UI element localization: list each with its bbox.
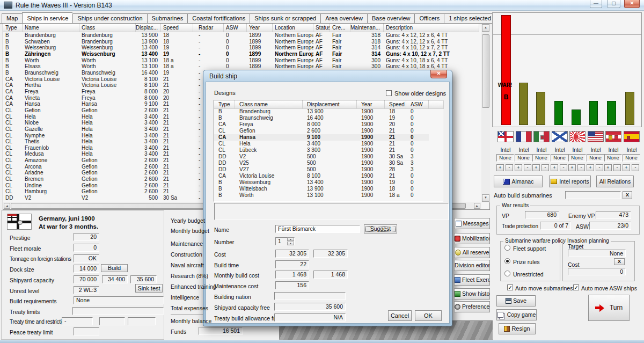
relation-plus-japan[interactable]: + bbox=[568, 164, 576, 171]
relation-minus-france[interactable]: - bbox=[524, 164, 531, 171]
design-row[interactable]: BBrandenburg13 9001900180 bbox=[214, 108, 429, 115]
intel-level-britain[interactable]: None bbox=[496, 154, 514, 162]
design-row[interactable]: DDV275001900283 bbox=[214, 166, 429, 173]
cancel-button[interactable]: Cancel bbox=[388, 310, 412, 321]
intel-level-france[interactable]: None bbox=[515, 154, 532, 162]
ship-column-year[interactable]: Year bbox=[247, 24, 273, 32]
design-row[interactable]: DDV25500190030 Sa3 bbox=[214, 160, 429, 166]
build-button[interactable]: Build bbox=[101, 264, 128, 272]
relation-plus-spain[interactable]: + bbox=[623, 164, 630, 171]
design-row[interactable]: BWittelsbach13 9001900180 bbox=[214, 186, 429, 192]
tab-area-overview[interactable]: Area overview bbox=[320, 13, 367, 24]
ship-row[interactable]: BWeissenburgWeissenburg13 40019-01899Nor… bbox=[3, 45, 479, 51]
design-row[interactable]: CAVictoria Louise8 1001900210 bbox=[214, 173, 429, 179]
design-row[interactable]: CLLübeck3 3001900210 bbox=[214, 147, 429, 154]
invasion-clear-button[interactable]: X bbox=[614, 258, 625, 265]
tab-submarines[interactable]: Submarines bbox=[147, 13, 188, 24]
ship-row[interactable]: BZähringenWeissenburg13 40019-01899North… bbox=[3, 51, 479, 57]
intel-level-russia[interactable]: None bbox=[551, 154, 568, 162]
close-button[interactable]: ✕ bbox=[624, 0, 640, 8]
ship-column-status[interactable]: Status bbox=[313, 24, 330, 32]
intel-level-spain[interactable]: None bbox=[623, 154, 640, 162]
auto-move-asw-checkbox[interactable]: ✓ bbox=[573, 284, 579, 290]
relation-plus-britain[interactable]: + bbox=[496, 164, 504, 171]
relation-minus-japan[interactable]: - bbox=[577, 164, 585, 171]
minimize-button[interactable]: — bbox=[590, 0, 602, 8]
suggest-button[interactable]: Suggest bbox=[364, 224, 397, 233]
ship-column-cre[interactable]: Cre... bbox=[330, 24, 350, 32]
intel-level-united-states[interactable]: None bbox=[587, 154, 604, 162]
ship-column-description[interactable]: Description bbox=[384, 24, 479, 32]
ship-row[interactable]: BElsassWörth13 10018 a-01899Northern Eur… bbox=[3, 63, 479, 70]
dialog-close-button[interactable]: ✕ bbox=[430, 70, 447, 78]
all-relations-button[interactable]: All Relations bbox=[596, 176, 634, 187]
ship-column-maintenan[interactable]: Maintenan... bbox=[350, 24, 384, 32]
ship-column-asw[interactable]: ASW bbox=[224, 24, 247, 32]
ship-column-class[interactable]: Class bbox=[79, 24, 136, 32]
scroll-up-button[interactable]: ▲ bbox=[482, 24, 489, 32]
intel-level-italy[interactable]: None bbox=[532, 154, 550, 162]
tab-map[interactable]: Map bbox=[2, 13, 22, 24]
fleet-exercise-button[interactable]: Fleet Exercise bbox=[454, 274, 490, 286]
design-column-year[interactable]: Year bbox=[357, 100, 385, 109]
design-column-asw[interactable]: ASW bbox=[406, 100, 429, 109]
intel-reports-button[interactable]: Intel reports bbox=[549, 176, 591, 187]
relation-minus-russia[interactable]: - bbox=[560, 164, 567, 171]
design-row[interactable]: BBraunschweig16 4001900190 bbox=[214, 115, 429, 121]
design-row[interactable]: CAHansa9 1001900210 bbox=[214, 134, 429, 141]
sink-test-button[interactable]: Sink test bbox=[135, 284, 163, 293]
ship-column-displac[interactable]: Displac... bbox=[136, 24, 161, 32]
design-column-class-name[interactable]: Class name bbox=[235, 100, 303, 109]
radio-fleet-support[interactable] bbox=[504, 245, 510, 251]
relation-plus-united-states[interactable]: + bbox=[587, 164, 594, 171]
ship-column-speed[interactable]: Speed bbox=[161, 24, 193, 32]
almanac-button[interactable]: Almanac bbox=[494, 176, 543, 187]
tab-ships-sunk-or-scrapped[interactable]: Ships sunk or scrapped bbox=[250, 13, 320, 24]
design-column-displacement[interactable]: Displacement bbox=[303, 100, 357, 109]
maximize-button[interactable]: ▢ bbox=[607, 0, 620, 8]
ship-column-type[interactable]: Type bbox=[3, 24, 23, 32]
ship-column-location[interactable]: Location bbox=[273, 24, 313, 32]
ship-row[interactable]: BSchwabenBrandenburg13 90018-01899Northe… bbox=[3, 39, 479, 45]
tab-ships-in-service[interactable]: Ships in service bbox=[22, 12, 72, 24]
design-column-type[interactable]: Type bbox=[214, 100, 235, 109]
messages-button[interactable]: Messages bbox=[454, 218, 490, 229]
vertical-scrollbar[interactable]: ▲ ▼ bbox=[481, 24, 490, 202]
relation-minus-italy[interactable]: - bbox=[541, 164, 549, 171]
design-row[interactable]: BWeissenburg13 4001900190 bbox=[214, 179, 429, 186]
radio-unrestricted[interactable] bbox=[504, 271, 510, 276]
vertical-scroll-thumb[interactable] bbox=[482, 34, 489, 108]
tab-coastal-fortifications[interactable]: Coastal fortifications bbox=[187, 13, 250, 24]
division-editor-button[interactable]: Division editor bbox=[454, 260, 490, 271]
design-column-speed[interactable]: Speed bbox=[385, 100, 406, 109]
scroll-left-button[interactable]: ◄ bbox=[4, 203, 10, 209]
ok-button[interactable]: OK bbox=[415, 310, 442, 321]
relation-minus-spain[interactable]: - bbox=[632, 164, 639, 171]
preferences-button[interactable]: Preferences bbox=[454, 301, 490, 312]
design-row[interactable]: CAFreya8 0001900200 bbox=[214, 121, 429, 128]
ship-column-name[interactable]: Name bbox=[23, 24, 79, 32]
show-history-button[interactable]: Show history bbox=[454, 288, 490, 300]
ship-row[interactable]: BBrandenburgBrandenburg13 90018-01899Nor… bbox=[3, 32, 479, 39]
ship-row[interactable]: BWörthWörth13 10018 a-01899Northern Euro… bbox=[3, 57, 479, 64]
relation-plus-austria-hungary[interactable]: + bbox=[604, 164, 612, 171]
copy-game-button[interactable]: Copy game bbox=[496, 309, 537, 320]
design-row[interactable]: BWörth13 100190018 a0 bbox=[214, 192, 429, 199]
tab-1-ships-selected[interactable]: 1 ships selected bbox=[444, 13, 496, 24]
auto-build-submarines-field[interactable] bbox=[565, 191, 621, 199]
relation-minus-united-states[interactable]: - bbox=[596, 164, 603, 171]
radio-prize-rules[interactable] bbox=[504, 258, 510, 264]
show-older-designs-checkbox[interactable] bbox=[386, 90, 392, 96]
relation-minus-austria-hungary[interactable]: - bbox=[613, 164, 621, 171]
number-up-button[interactable]: ▲ bbox=[287, 237, 294, 241]
intel-level-japan[interactable]: None bbox=[568, 154, 586, 162]
auto-build-clear-button[interactable]: X bbox=[623, 191, 632, 199]
turn-button[interactable]: Turn bbox=[588, 295, 630, 321]
design-row[interactable]: DDV2500190030 Sa3 bbox=[214, 154, 429, 160]
relation-plus-france[interactable]: + bbox=[515, 164, 522, 171]
relation-plus-russia[interactable]: + bbox=[551, 164, 558, 171]
design-row[interactable]: CLGefion2 6001900210 bbox=[214, 128, 429, 134]
relation-minus-britain[interactable]: - bbox=[506, 164, 513, 171]
auto-move-submarines-checkbox[interactable]: ✓ bbox=[507, 284, 513, 290]
intel-level-austria-hungary[interactable]: None bbox=[604, 154, 622, 162]
